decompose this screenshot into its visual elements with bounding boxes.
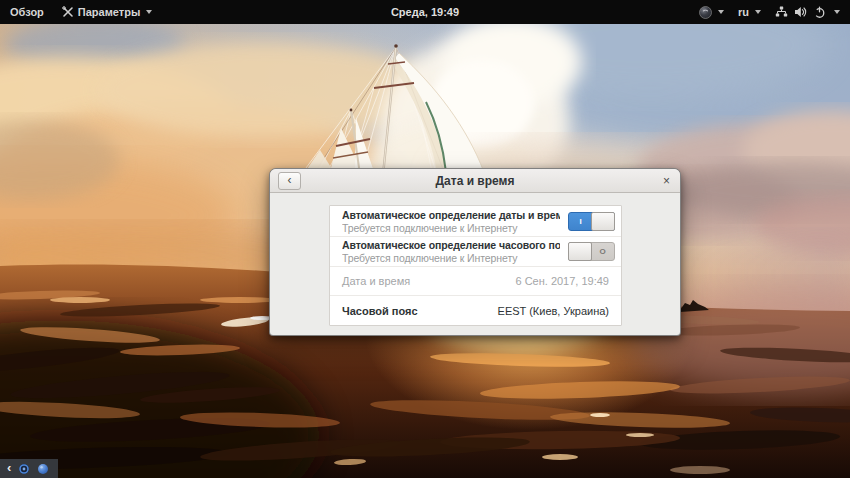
auto-timezone-toggle[interactable]: O xyxy=(568,242,615,261)
timezone-value: EEST (Киев, Украина) xyxy=(498,305,615,317)
date-time-dialog: ‹ Дата и время × Автоматическое определе… xyxy=(269,168,681,336)
row-timezone-value[interactable]: Часовой пояс EEST (Киев, Украина) xyxy=(330,295,621,325)
power-icon xyxy=(813,6,826,19)
settings-list: Автоматическое определение даты и времен… xyxy=(329,205,622,326)
system-menu-button[interactable] xyxy=(773,0,842,24)
ring-icon[interactable] xyxy=(18,463,30,475)
row-auto-timezone: Автоматическое определение часового пояс… xyxy=(330,236,621,266)
clock-label: Среда, 19:49 xyxy=(391,6,459,18)
chevron-left-icon[interactable]: ‹ xyxy=(7,461,11,474)
activities-label: Обзор xyxy=(10,6,44,18)
network-icon xyxy=(775,6,788,18)
desktop: Обзор Параметры Среда, 19:49 ru xyxy=(0,0,850,478)
auto-timezone-title: Автоматическое определение часового пояс… xyxy=(342,239,560,251)
app-menu-button[interactable]: Параметры xyxy=(60,0,154,24)
auto-timezone-subtitle: Требуется подключение к Интернету xyxy=(342,252,560,264)
switch-off-mark: O xyxy=(591,243,614,260)
timezone-label: Часовой пояс xyxy=(342,305,498,317)
back-button[interactable]: ‹ xyxy=(278,172,301,190)
chevron-down-icon xyxy=(718,10,724,14)
dialog-header: ‹ Дата и время × xyxy=(270,169,680,193)
volume-icon xyxy=(794,6,807,18)
tools-icon xyxy=(62,6,74,18)
keyboard-layout-label: ru xyxy=(738,6,749,18)
topbar-right: ru xyxy=(697,0,842,24)
topbar-left: Обзор Параметры xyxy=(8,0,154,24)
chevron-down-icon xyxy=(146,10,152,14)
auto-datetime-toggle[interactable]: I xyxy=(568,212,615,231)
auto-datetime-subtitle: Требуется подключение к Интернету xyxy=(342,222,560,234)
status-indicator-button[interactable] xyxy=(697,0,726,24)
datetime-label: Дата и время xyxy=(342,275,515,287)
top-bar: Обзор Параметры Среда, 19:49 ru xyxy=(0,0,850,24)
keyboard-layout-button[interactable]: ru xyxy=(736,0,763,24)
dialog-title: Дата и время xyxy=(270,174,680,188)
chevron-down-icon xyxy=(755,10,761,14)
status-indicator-icon xyxy=(699,6,712,19)
back-icon: ‹ xyxy=(288,173,292,188)
bottom-toolbar: ‹ xyxy=(0,459,58,478)
auto-datetime-title: Автоматическое определение даты и времен… xyxy=(342,209,560,221)
switch-knob xyxy=(568,242,592,261)
datetime-value: 6 Сен. 2017, 19:49 xyxy=(515,275,615,287)
close-button[interactable]: × xyxy=(661,175,672,187)
row-datetime-value: Дата и время 6 Сен. 2017, 19:49 xyxy=(330,266,621,295)
switch-on-mark: I xyxy=(569,213,592,230)
row-auto-datetime: Автоматическое определение даты и времен… xyxy=(330,206,621,236)
switch-knob xyxy=(591,212,615,231)
globe-icon[interactable] xyxy=(37,463,49,475)
chevron-down-icon xyxy=(834,10,840,14)
close-icon: × xyxy=(663,174,670,188)
activities-button[interactable]: Обзор xyxy=(8,0,46,24)
dialog-body: Автоматическое определение даты и времен… xyxy=(270,193,680,335)
clock-button[interactable]: Среда, 19:49 xyxy=(385,0,465,24)
app-menu-label: Параметры xyxy=(78,6,140,18)
